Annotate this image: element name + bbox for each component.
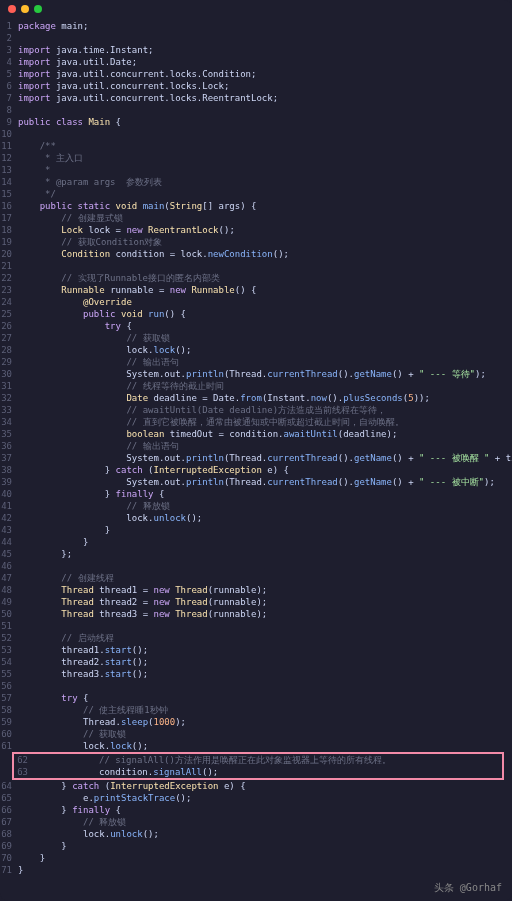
- code-line[interactable]: 49 Thread thread2 = new Thread(runnable)…: [0, 596, 512, 608]
- code-line[interactable]: 14 * @param args 参数列表: [0, 176, 512, 188]
- code-line[interactable]: 20 Condition condition = lock.newConditi…: [0, 248, 512, 260]
- code-line[interactable]: 23 Runnable runnable = new Runnable() {: [0, 284, 512, 296]
- code-line[interactable]: 53 thread1.start();: [0, 644, 512, 656]
- code-line[interactable]: 40 } finally {: [0, 488, 512, 500]
- maximize-icon[interactable]: [34, 5, 42, 13]
- line-number: 15: [0, 188, 18, 200]
- code-line[interactable]: 19 // 获取Condition对象: [0, 236, 512, 248]
- code-line[interactable]: 26 try {: [0, 320, 512, 332]
- code-line[interactable]: 46: [0, 560, 512, 572]
- line-number: 5: [0, 68, 18, 80]
- code-line[interactable]: 8: [0, 104, 512, 116]
- code-line[interactable]: 41 // 释放锁: [0, 500, 512, 512]
- code-line[interactable]: 3import java.time.Instant;: [0, 44, 512, 56]
- minimize-icon[interactable]: [21, 5, 29, 13]
- code-line[interactable]: 9public class Main {: [0, 116, 512, 128]
- code-line[interactable]: 13 *: [0, 164, 512, 176]
- code-line[interactable]: 30 System.out.println(Thread.currentThre…: [0, 368, 512, 380]
- code-line[interactable]: 38 } catch (InterruptedException e) {: [0, 464, 512, 476]
- code-line[interactable]: 6import java.util.concurrent.locks.Lock;: [0, 80, 512, 92]
- code-line[interactable]: 31 // 线程等待的截止时间: [0, 380, 512, 392]
- code-line[interactable]: 43 }: [0, 524, 512, 536]
- code-line[interactable]: 64 } catch (InterruptedException e) {: [0, 780, 512, 792]
- code-area[interactable]: 1package main;23import java.time.Instant…: [0, 18, 512, 878]
- line-number: 20: [0, 248, 18, 260]
- line-content: } finally {: [18, 804, 512, 816]
- code-line[interactable]: 28 lock.lock();: [0, 344, 512, 356]
- line-number: 70: [0, 852, 18, 864]
- code-line[interactable]: 34 // 直到它被唤醒，通常由被通知或中断或超过截止时间，自动唤醒。: [0, 416, 512, 428]
- line-content: import java.util.Date;: [18, 56, 512, 68]
- code-line[interactable]: 24 @Override: [0, 296, 512, 308]
- code-line[interactable]: 17 // 创建显式锁: [0, 212, 512, 224]
- code-line[interactable]: 25 public void run() {: [0, 308, 512, 320]
- code-line[interactable]: 70 }: [0, 852, 512, 864]
- code-line[interactable]: 45 };: [0, 548, 512, 560]
- code-line[interactable]: 66 } finally {: [0, 804, 512, 816]
- code-line[interactable]: 68 lock.unlock();: [0, 828, 512, 840]
- code-line[interactable]: 12 * 主入口: [0, 152, 512, 164]
- line-number: 1: [0, 20, 18, 32]
- code-line[interactable]: 59 Thread.sleep(1000);: [0, 716, 512, 728]
- line-number: 54: [0, 656, 18, 668]
- code-line[interactable]: 65 e.printStackTrace();: [0, 792, 512, 804]
- line-content: // awaitUntil(Date deadline)方法造成当前线程在等待，: [18, 404, 512, 416]
- line-number: 66: [0, 804, 18, 816]
- code-line[interactable]: 62 // signalAll()方法作用是唤醒正在此对象监视器上等待的所有线程…: [16, 754, 500, 766]
- line-number: 27: [0, 332, 18, 344]
- code-line[interactable]: 55 thread3.start();: [0, 668, 512, 680]
- code-line[interactable]: 10: [0, 128, 512, 140]
- code-line[interactable]: 29 // 输出语句: [0, 356, 512, 368]
- code-line[interactable]: 36 // 输出语句: [0, 440, 512, 452]
- code-line[interactable]: 48 Thread thread1 = new Thread(runnable)…: [0, 584, 512, 596]
- code-line[interactable]: 56: [0, 680, 512, 692]
- code-line[interactable]: 22 // 实现了Runnable接口的匿名内部类: [0, 272, 512, 284]
- code-line[interactable]: 33 // awaitUntil(Date deadline)方法造成当前线程在…: [0, 404, 512, 416]
- line-number: 67: [0, 816, 18, 828]
- code-line[interactable]: 32 Date deadline = Date.from(Instant.now…: [0, 392, 512, 404]
- code-line[interactable]: 4import java.util.Date;: [0, 56, 512, 68]
- code-line[interactable]: 11 /**: [0, 140, 512, 152]
- line-number: 60: [0, 728, 18, 740]
- line-number: 45: [0, 548, 18, 560]
- line-number: 12: [0, 152, 18, 164]
- code-line[interactable]: 54 thread2.start();: [0, 656, 512, 668]
- code-line[interactable]: 69 }: [0, 840, 512, 852]
- line-number: 68: [0, 828, 18, 840]
- line-number: 51: [0, 620, 18, 632]
- line-content: [18, 104, 512, 116]
- code-line[interactable]: 39 System.out.println(Thread.currentThre…: [0, 476, 512, 488]
- code-line[interactable]: 42 lock.unlock();: [0, 512, 512, 524]
- code-line[interactable]: 16 public static void main(String[] args…: [0, 200, 512, 212]
- line-number: 32: [0, 392, 18, 404]
- code-line[interactable]: 15 */: [0, 188, 512, 200]
- line-number: 29: [0, 356, 18, 368]
- line-number: 59: [0, 716, 18, 728]
- code-line[interactable]: 7import java.util.concurrent.locks.Reent…: [0, 92, 512, 104]
- code-line[interactable]: 47 // 创建线程: [0, 572, 512, 584]
- code-line[interactable]: 37 System.out.println(Thread.currentThre…: [0, 452, 512, 464]
- code-line[interactable]: 18 Lock lock = new ReentrantLock();: [0, 224, 512, 236]
- code-line[interactable]: 67 // 释放锁: [0, 816, 512, 828]
- code-line[interactable]: 61 lock.lock();: [0, 740, 512, 752]
- code-line[interactable]: 51: [0, 620, 512, 632]
- code-line[interactable]: 52 // 启动线程: [0, 632, 512, 644]
- line-number: 53: [0, 644, 18, 656]
- code-line[interactable]: 63 condition.signalAll();: [16, 766, 500, 778]
- line-content: }: [18, 840, 512, 852]
- code-line[interactable]: 27 // 获取锁: [0, 332, 512, 344]
- code-line[interactable]: 5import java.util.concurrent.locks.Condi…: [0, 68, 512, 80]
- line-number: 49: [0, 596, 18, 608]
- code-line[interactable]: 60 // 获取锁: [0, 728, 512, 740]
- code-line[interactable]: 44 }: [0, 536, 512, 548]
- code-line[interactable]: 21: [0, 260, 512, 272]
- code-line[interactable]: 71}: [0, 864, 512, 876]
- code-line[interactable]: 57 try {: [0, 692, 512, 704]
- code-line[interactable]: 58 // 使主线程睡1秒钟: [0, 704, 512, 716]
- code-line[interactable]: 50 Thread thread3 = new Thread(runnable)…: [0, 608, 512, 620]
- code-line[interactable]: 2: [0, 32, 512, 44]
- close-icon[interactable]: [8, 5, 16, 13]
- line-number: 41: [0, 500, 18, 512]
- code-line[interactable]: 35 boolean timedOut = condition.awaitUnt…: [0, 428, 512, 440]
- code-line[interactable]: 1package main;: [0, 20, 512, 32]
